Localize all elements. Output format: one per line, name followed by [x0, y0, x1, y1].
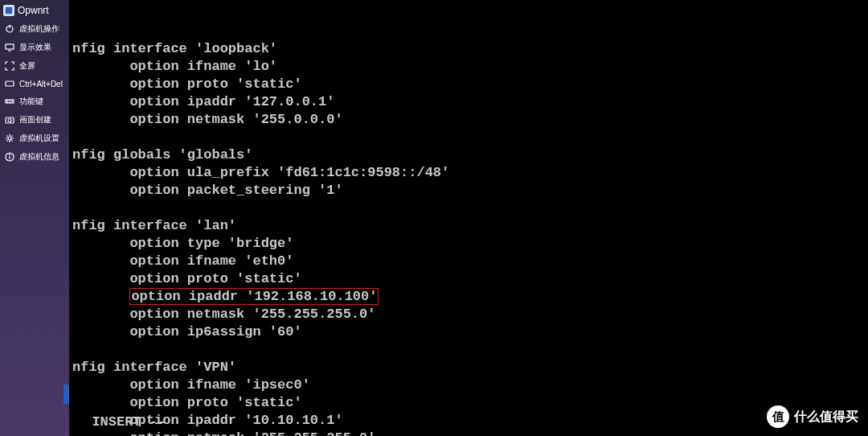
- terminal-line: option proto 'static': [69, 394, 868, 412]
- terminal-line: option netmask '255.255.255.0': [69, 306, 868, 323]
- power-icon: [5, 24, 14, 34]
- terminal-line: option ip6assign '60': [69, 323, 868, 341]
- svg-rect-5: [6, 81, 14, 86]
- svg-point-12: [8, 137, 11, 140]
- highlighted-config-line: option ipaddr '192.168.10.100': [129, 288, 379, 305]
- sidebar-item-vm-info[interactable]: 虚拟机信息: [0, 149, 69, 165]
- sidebar-item-display[interactable]: 显示效果: [0, 39, 69, 56]
- terminal-line: nfig interface 'loopback': [69, 40, 868, 58]
- sidebar-item-label: 虚拟机操作: [19, 23, 59, 35]
- vm-title-row: Opwnrt: [0, 3, 69, 21]
- fullscreen-icon: [5, 61, 14, 71]
- gear-icon: [5, 134, 14, 143]
- vm-app-icon: [3, 5, 14, 16]
- vm-title: Opwnrt: [18, 5, 49, 16]
- terminal-line: nfig globals 'globals': [69, 146, 868, 164]
- sidebar-item-label: 全屏: [19, 60, 35, 72]
- terminal-line: option ipaddr '10.10.10.1': [69, 412, 868, 430]
- vim-status-line: INSERT --: [76, 413, 166, 431]
- terminal-line: option proto 'static': [69, 76, 868, 93]
- sidebar-expand-tab[interactable]: [63, 385, 69, 404]
- sidebar-item-label: 显示效果: [19, 42, 51, 53]
- terminal-line: option ifname 'eth0': [69, 253, 868, 270]
- terminal-line: option ula_prefix 'fd61:1c1c:9598::/48': [69, 164, 868, 182]
- sidebar-item-label: 画面创建: [19, 114, 51, 125]
- sidebar-item-ctrlaltdel[interactable]: Ctrl+Alt+Del: [0, 76, 69, 91]
- terminal-line: nfig interface 'VPN': [69, 359, 868, 376]
- sidebar-item-label: 虚拟机信息: [19, 151, 59, 162]
- terminal-line: [69, 129, 868, 146]
- svg-point-11: [8, 119, 11, 122]
- sidebar-item-label: Ctrl+Alt+Del: [19, 80, 63, 88]
- snapshot-icon: [5, 115, 14, 125]
- terminal-line: option ipaddr '192.168.10.100': [69, 288, 868, 306]
- terminal-line: option packet_steering '1': [69, 182, 868, 199]
- terminal-content: nfig interface 'loopback' option ifname …: [69, 40, 868, 436]
- terminal-line: option netmask '255.255.255.0': [69, 430, 868, 436]
- watermark-text: 什么值得买: [794, 409, 858, 426]
- terminal-line: [69, 199, 868, 217]
- sidebar-item-fullscreen[interactable]: 全屏: [0, 58, 69, 74]
- watermark-badge: 值: [767, 405, 789, 428]
- svg-point-15: [10, 154, 10, 155]
- keys-icon: [5, 97, 14, 106]
- terminal-line: option netmask '255.0.0.0': [69, 111, 868, 129]
- terminal-line: option ifname 'ipsec0': [69, 376, 868, 394]
- svg-rect-0: [6, 7, 12, 14]
- terminal-console[interactable]: nfig interface 'loopback' option ifname …: [69, 0, 868, 436]
- svg-rect-3: [6, 44, 14, 49]
- terminal-line: option proto 'static': [69, 270, 868, 288]
- terminal-line: [69, 341, 868, 359]
- display-icon: [5, 43, 14, 52]
- terminal-line: option ifname 'lo': [69, 58, 868, 76]
- terminal-line: option ipaddr '127.0.0.1': [69, 93, 868, 111]
- terminal-line: option type 'bridge': [69, 235, 868, 253]
- sidebar-item-label: 虚拟机设置: [19, 133, 59, 144]
- info-icon: [5, 152, 14, 162]
- terminal-line: nfig interface 'lan': [69, 217, 868, 235]
- sidebar-item-snapshot[interactable]: 画面创建: [0, 112, 69, 128]
- vm-sidebar: Opwnrt 虚拟机操作 显示效果 全屏 Ctrl+Alt+Del 功能键 画面…: [0, 0, 69, 436]
- sidebar-item-vm-settings[interactable]: 虚拟机设置: [0, 130, 69, 146]
- keyboard-icon: [5, 79, 14, 88]
- sidebar-item-label: 功能键: [19, 96, 43, 107]
- watermark: 值 什么值得买: [767, 405, 858, 428]
- sidebar-item-vm-ops[interactable]: 虚拟机操作: [0, 21, 69, 37]
- sidebar-item-fnkeys[interactable]: 功能键: [0, 93, 69, 109]
